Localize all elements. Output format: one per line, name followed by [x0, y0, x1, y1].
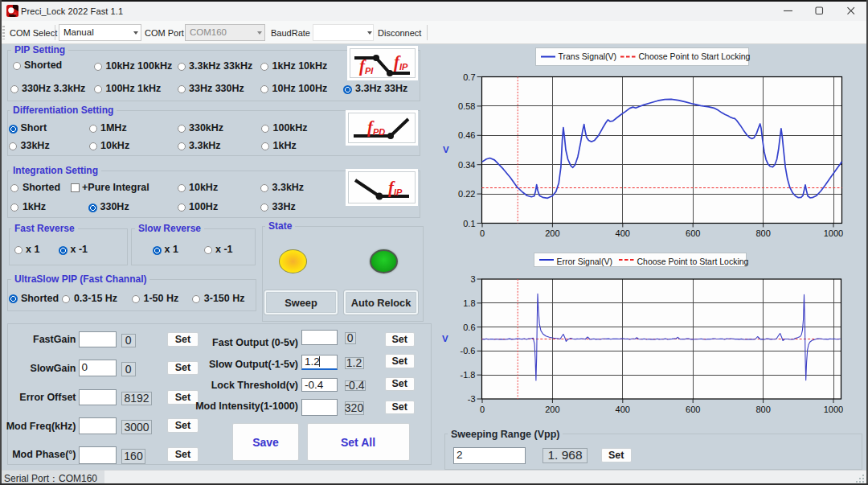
svg-text:0.1: 0.1 [463, 219, 475, 228]
svg-text:800: 800 [755, 405, 770, 414]
svg-text:-0.6: -0.6 [461, 346, 476, 356]
svg-text:0.7: 0.7 [463, 72, 475, 82]
svg-text:0.46: 0.46 [458, 130, 475, 140]
svg-text:-1.8: -1.8 [461, 370, 476, 380]
svg-text:0.34: 0.34 [458, 160, 475, 170]
svg-text:600: 600 [686, 405, 700, 414]
svg-text:400: 400 [616, 228, 630, 238]
svg-text:0.22: 0.22 [458, 189, 475, 199]
svg-text:0.58: 0.58 [458, 101, 475, 111]
svg-text:0: 0 [480, 228, 485, 238]
svg-text:-3: -3 [468, 394, 476, 404]
svg-text:600: 600 [686, 228, 700, 238]
svg-text:3: 3 [470, 274, 475, 284]
svg-text:200: 200 [545, 405, 559, 414]
svg-text:1000: 1000 [824, 405, 843, 414]
svg-text:0: 0 [480, 405, 485, 414]
svg-text:1.8: 1.8 [463, 298, 475, 308]
svg-text:400: 400 [616, 405, 630, 414]
svg-text:200: 200 [545, 228, 559, 238]
svg-text:1000: 1000 [824, 228, 843, 238]
svg-text:0.6: 0.6 [463, 323, 475, 332]
svg-text:800: 800 [755, 228, 770, 238]
